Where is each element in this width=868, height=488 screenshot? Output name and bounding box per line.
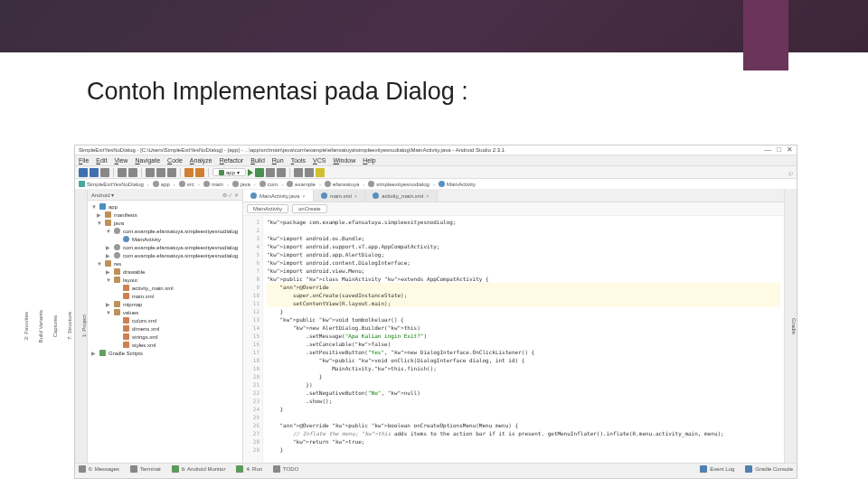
tool-tab-gradle[interactable]: Gradle [791,318,797,334]
run-config-dropdown[interactable]: app ▾ [212,168,246,176]
menu-help[interactable]: Help [363,157,375,164]
breadcrumb-item[interactable]: com [259,181,278,187]
breadcrumb-item[interactable]: main [203,181,223,187]
tree-node-label: strings.xml [132,334,158,340]
tree-item[interactable]: colors.xml [90,316,241,324]
menu-vcs[interactable]: VCS [313,157,326,164]
save-icon[interactable] [90,168,99,177]
debug-icon[interactable] [255,168,264,177]
tree-node-label: dimens.xml [132,326,159,332]
breadcrumb-item[interactable]: simpleexityesnodialog [368,181,429,187]
tree-item[interactable]: dimens.xml [90,324,241,333]
menu-navigate[interactable]: Navigate [135,157,160,164]
tree-item[interactable]: ▼java [90,219,241,227]
tree-item[interactable]: activity_main.xml [90,284,241,292]
tree-node-label: drawable [123,269,145,275]
menu-code[interactable]: Code [167,157,183,164]
cut-icon[interactable] [146,168,155,177]
breadcrumb-item[interactable]: efansatuya [325,181,359,187]
tree-item[interactable]: styles.xml [90,341,241,349]
tool-tab-project[interactable]: 1: Project [81,314,87,337]
redo-icon[interactable] [128,168,137,177]
tree-item[interactable]: ▶mipmap [90,300,241,308]
nav-tab[interactable]: onCreate [292,204,327,213]
bottom-tool-gradleconsole[interactable]: Gradle Console [745,465,793,473]
menu-view[interactable]: View [114,157,127,164]
open-icon[interactable] [79,168,88,177]
tree-item[interactable]: ▼com.example.efansatuya.simpleexityesnod… [90,227,241,235]
bottom-tool-todo[interactable]: TODO [273,465,298,473]
tree-item[interactable]: ▶manifests [90,211,241,219]
maximize-button[interactable]: □ [777,145,781,154]
sync-icon[interactable] [100,168,109,177]
breadcrumb-item[interactable]: example [287,181,316,187]
sdk-icon[interactable] [195,168,204,177]
stop-icon[interactable] [277,168,286,177]
editor-tab[interactable]: main.xml× [314,190,366,202]
tree-node-label: MainActivity [132,237,161,242]
tab-close-icon[interactable]: × [426,193,429,199]
tree-item[interactable]: ▶Gradle Scripts [90,349,241,357]
tool-tab-buildvariants[interactable]: Build Variants [38,310,43,343]
tool-tab-favorites[interactable]: 2: Favorites [24,312,29,340]
tree-item[interactable]: ▼layout [90,276,241,284]
tree-item[interactable]: ▶drawable [90,267,241,276]
copy-icon[interactable] [156,168,165,177]
help-icon[interactable] [316,168,325,177]
run-icon[interactable] [248,169,253,176]
minimize-button[interactable]: — [764,145,771,154]
project-view-selector[interactable]: Android ▾ [91,192,114,198]
tree-item[interactable]: ▶com.example.efansatuya.simpleexityesnod… [90,251,241,259]
menu-refactor[interactable]: Refactor [220,157,243,164]
avd-icon[interactable] [184,168,193,177]
menu-tools[interactable]: Tools [291,157,306,164]
undo-icon[interactable] [118,168,127,177]
menu-build[interactable]: Build [250,157,265,164]
tree-item[interactable]: MainActivity [90,235,241,243]
capture-icon[interactable] [305,168,314,177]
tab-close-icon[interactable]: × [302,193,306,199]
layout-icon[interactable] [294,168,303,177]
tree-item[interactable]: ▶com.example.efansatuya.simpleexityesnod… [90,243,241,251]
breadcrumb-item[interactable]: java [232,181,250,187]
project-panel-header: Android ▾ ⚙ ⤢ ✕ [88,190,242,201]
tree-item[interactable]: ▼app [90,202,241,211]
bottom-tool-eventlog[interactable]: Event Log [700,465,734,473]
slide-header: Contoh Implementasi pada Dialog : [0,0,868,117]
tree-node-icon [123,325,129,332]
menu-edit[interactable]: Edit [96,157,107,164]
bottom-tool-androidmonitor[interactable]: 6: Android Monitor [172,465,226,473]
toolbar-separator [208,168,209,177]
menu-window[interactable]: Window [333,157,355,164]
tab-close-icon[interactable]: × [354,193,358,199]
editor-tab[interactable]: MainActivity.java× [243,190,314,202]
tab-label: MainActivity.java [259,193,299,199]
bottom-tool-messages[interactable]: 0: Messages [79,465,119,473]
code-editor[interactable]: "kw">package com.example.efansatuya.simp… [263,216,784,463]
attach-icon[interactable] [266,168,275,177]
tree-node-label: activity_main.xml [132,286,174,291]
tree-item[interactable]: main.xml [90,292,241,300]
panel-gear-icon[interactable]: ⚙ ⤢ ✕ [222,192,239,198]
bottom-tool-run[interactable]: 4: Run [236,465,262,473]
paste-icon[interactable] [167,168,176,177]
tree-item[interactable]: ▼res [90,259,241,267]
nav-tab[interactable]: MainActivity [247,204,288,213]
breadcrumb-item[interactable]: MainActivity [439,181,476,187]
tool-tab-captures[interactable]: Captures [52,315,58,337]
bottom-tool-terminal[interactable]: Terminal [130,465,161,473]
close-button[interactable]: ✕ [787,145,793,154]
editor-tab[interactable]: activity_main.xml× [365,190,437,202]
tree-item[interactable]: ▼values [90,308,241,316]
tab-file-icon [321,192,327,199]
search-icon[interactable]: ⌕ [788,168,793,177]
breadcrumb-separator: › [363,182,364,187]
menu-file[interactable]: File [79,157,89,164]
menu-analyze[interactable]: Analyze [190,157,212,164]
tool-tab-structure[interactable]: 7: Structure [67,312,72,340]
menu-run[interactable]: Run [272,157,284,164]
tree-item[interactable]: strings.xml [90,333,241,341]
breadcrumb-item[interactable]: app [153,181,170,187]
breadcrumb-item[interactable]: src [179,181,194,187]
breadcrumb-item[interactable]: SimpleExitYesNoDialog [79,181,144,187]
